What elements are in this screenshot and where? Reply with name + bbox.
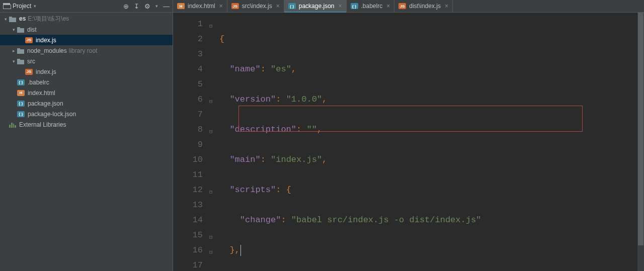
project-panel-header: Project ▾ ⊕ ↧ ⚙ ▾ — (0, 0, 173, 13)
tree-package-lock[interactable]: ▾ { } package-lock.json (0, 109, 173, 119)
tree-label: index.js (36, 68, 56, 75)
tab-label: package.json (299, 3, 335, 10)
chevron-right-icon[interactable]: ▸ (10, 48, 17, 53)
json-key-description: "description" (229, 125, 296, 134)
fold-open-icon[interactable]: ⊟ (209, 94, 214, 99)
tree-label: .babelrc (28, 79, 49, 86)
chevron-down-icon[interactable]: ▾ (10, 59, 17, 64)
code-area[interactable]: { "name": "es", "version": "1.0.0", "des… (217, 13, 644, 271)
tab-dist-index-js[interactable]: JS dist\index.js × (394, 0, 453, 12)
tree-package-json[interactable]: ▾ { } package.json (0, 98, 173, 109)
vertical-scrollbar[interactable] (637, 13, 644, 271)
js-file-icon: JS (25, 37, 33, 43)
tree-label: src (27, 58, 35, 65)
json-val-main: "index.js" (271, 155, 322, 164)
chevron-down-icon[interactable]: ▾ (10, 27, 17, 32)
panel-dropdown-icon[interactable]: ▾ (34, 4, 36, 9)
panel-icon (3, 3, 10, 9)
fold-open-icon[interactable]: ⊟ (209, 185, 214, 190)
folder-icon (17, 27, 24, 33)
fold-open-icon[interactable]: ⊟ (209, 19, 214, 24)
tab-babelrc[interactable]: { } .babelrc × (347, 0, 395, 12)
fold-close-icon[interactable]: ⊡ (209, 230, 214, 235)
tab-label: dist\index.js (409, 3, 441, 10)
json-key-main: "main" (229, 155, 260, 164)
html-file-icon: H (177, 3, 185, 9)
editor-tabs: H index.html × JS src\index.js × { } pac… (173, 0, 644, 13)
project-tree[interactable]: ▾ esE:\项目\练习\es ▾ dist ▾ JS index.js ▸ n… (0, 13, 173, 271)
json-file-icon: { } (288, 3, 296, 9)
folder-icon (17, 58, 24, 64)
tree-node-modules[interactable]: ▸ node_moduleslibrary root (0, 45, 173, 56)
close-icon[interactable]: × (219, 3, 223, 10)
tree-label: package-lock.json (28, 111, 76, 118)
hide-panel-icon[interactable]: — (163, 3, 170, 10)
js-file-icon: JS (231, 3, 239, 9)
tab-label: .babelrc (361, 3, 383, 10)
tree-babelrc[interactable]: ▾ { } .babelrc (0, 77, 173, 87)
tab-label: index.html (188, 3, 215, 10)
json-val-change: "babel src/index.js -o dist/index.js" (291, 215, 481, 225)
tree-label: index.html (28, 89, 55, 97)
json-file-icon: { } (17, 101, 25, 107)
tree-src-index-js[interactable]: ▾ JS index.js (0, 66, 173, 77)
code-editor[interactable]: 1234 5678 9101112 13141516 17 ⊟ ⊟ ⊡ ⊟ ⊡ … (173, 13, 644, 271)
close-icon[interactable]: × (386, 3, 390, 10)
close-icon[interactable]: × (445, 3, 448, 10)
tree-hint: library root (69, 47, 98, 54)
js-file-icon: JS (398, 3, 406, 9)
tree-label: node_modules (27, 47, 67, 54)
tree-src[interactable]: ▾ src (0, 56, 173, 66)
tree-dist[interactable]: ▾ dist (0, 24, 173, 35)
tree-label: dist (27, 26, 37, 33)
json-key-version: "version" (229, 95, 276, 104)
line-gutter: 1234 5678 9101112 13141516 17 (173, 13, 208, 271)
panel-title: Project (13, 3, 31, 10)
tab-package-json[interactable]: { } package.json × (284, 0, 347, 12)
tab-label: src\index.js (242, 3, 272, 10)
json-file-icon: { } (17, 79, 25, 85)
json-file-icon: { } (351, 3, 358, 9)
json-key-name: "name" (229, 64, 260, 74)
close-icon[interactable]: × (338, 3, 342, 10)
settings-icon[interactable]: ⚙ (144, 3, 150, 10)
fold-gutter: ⊟ ⊟ ⊡ ⊟ ⊡ ⊡ (208, 13, 217, 271)
json-file-icon: { } (17, 111, 25, 117)
close-icon[interactable]: × (276, 3, 280, 10)
tree-label: External Libraries (19, 121, 66, 128)
folder-icon (9, 16, 16, 22)
fold-close-icon[interactable]: ⊡ (209, 124, 214, 129)
settings-dropdown-icon[interactable]: ▾ (155, 4, 158, 9)
tab-src-index-js[interactable]: JS src\index.js × (227, 0, 284, 12)
html-file-icon: H (17, 90, 25, 96)
tree-index-html[interactable]: ▾ H index.html (0, 87, 173, 98)
fold-close-icon[interactable]: ⊡ (209, 245, 214, 250)
json-val-version: "1.0.0" (286, 95, 322, 104)
tree-external-libraries[interactable]: ▾ External Libraries (0, 119, 173, 130)
chevron-down-icon[interactable]: ▾ (2, 17, 9, 22)
folder-icon (17, 48, 24, 54)
tree-label: index.js (36, 37, 56, 44)
text-caret (240, 245, 241, 256)
tree-label: package.json (28, 100, 63, 107)
library-icon (9, 122, 16, 128)
tab-index-html[interactable]: H index.html × (173, 0, 227, 12)
json-val-description: "" (306, 125, 316, 134)
tree-root-es[interactable]: ▾ esE:\项目\练习\es (0, 14, 173, 24)
json-key-scripts: "scripts" (229, 185, 276, 195)
tree-root-name: es (19, 15, 26, 22)
locate-icon[interactable]: ⊕ (123, 3, 129, 10)
json-val-name: "es" (271, 64, 291, 74)
tree-dist-index-js[interactable]: ▾ JS index.js (0, 35, 173, 45)
scrollbar-thumb[interactable] (638, 13, 643, 245)
json-key-change: "change" (240, 215, 281, 225)
js-file-icon: JS (25, 69, 33, 75)
tree-root-path: E:\项目\练习\es (28, 15, 69, 22)
collapse-icon[interactable]: ↧ (134, 3, 139, 10)
